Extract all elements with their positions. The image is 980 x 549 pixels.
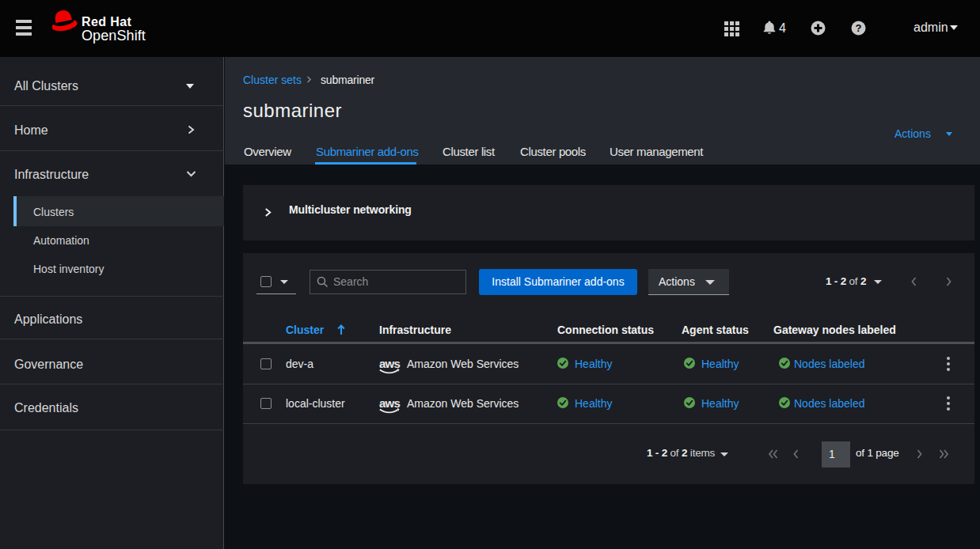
svg-text:?: ? [856, 22, 862, 34]
